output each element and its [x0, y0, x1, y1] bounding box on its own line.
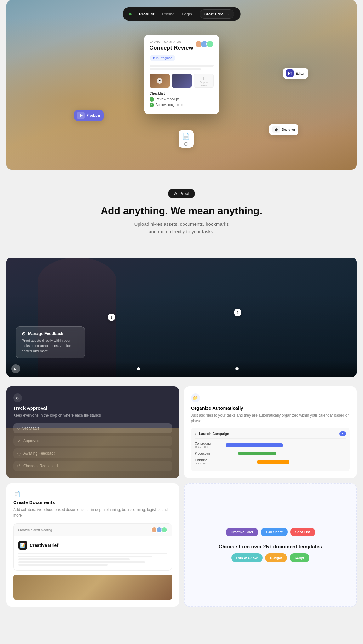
card-lines — [150, 65, 214, 70]
navigation-bar: Product Pricing Login Start Free → — [122, 7, 240, 21]
hero-section: Product Pricing Login Start Free → LAUNC… — [6, 0, 357, 170]
progress-dot-2 — [235, 367, 239, 370]
gantt-bar-area-2 — [219, 451, 346, 456]
chip-call-sheet: Call Sheet — [261, 528, 287, 536]
thumbnail-3: ↑ Drop toUpload — [194, 74, 214, 88]
gantt-bar-orange — [257, 460, 289, 464]
brief-avatars — [152, 527, 167, 533]
template-chips: Creative Brief Call Sheet Shot List — [226, 528, 315, 536]
editor-badge: Pr Editor — [283, 68, 308, 79]
track-approval-card: ⊙ Track Approval Keep everyone in the lo… — [6, 386, 179, 478]
designer-badge: ◆ Designer — [269, 124, 298, 135]
checklist-title: Checklist — [150, 92, 214, 95]
nav-dot — [129, 13, 131, 15]
brief-line-3 — [18, 558, 130, 560]
card-line-1 — [150, 65, 214, 67]
templates-card: Creative Brief Call Sheet Shot List Choo… — [184, 483, 357, 607]
brief-lines — [18, 553, 167, 566]
editor-icon: Pr — [286, 69, 294, 77]
nav-pricing[interactable]: Pricing — [162, 12, 174, 16]
gantt-title: Launch Campaign — [199, 432, 229, 436]
producer-icon: ▶ — [77, 112, 85, 119]
chip-budget: Budget — [265, 553, 287, 562]
gantt-header: ≡ Launch Campaign ● — [195, 431, 346, 439]
organize-title: Organize Automatically — [191, 405, 350, 411]
designer-icon: ◆ — [272, 126, 280, 133]
two-col-section: ⊙ Track Approval Keep everyone in the lo… — [6, 386, 357, 478]
chip-run-of-show: Run of Show — [231, 553, 263, 562]
gantt-bar-area-1 — [219, 443, 346, 448]
status-dot — [153, 57, 155, 59]
gantt-badge: ● — [339, 431, 346, 436]
create-docs-section: 📄 Create Documents Add collaborative, cl… — [6, 483, 357, 607]
organize-icon: 📁 — [191, 393, 200, 402]
play-icon: ▶ — [157, 78, 162, 84]
avatar-3 — [206, 40, 214, 48]
status-label: In Progress — [156, 56, 172, 60]
gantt-label-2: Production — [195, 452, 217, 455]
brief-line-1 — [18, 553, 167, 554]
nav-cta-button[interactable]: Start Free → — [200, 9, 234, 19]
checklist-item-2: ✓ Approve rough cuts — [150, 103, 214, 107]
card-line-2 — [150, 68, 201, 70]
organize-card: 📁 Organize Automatically Just add files … — [184, 386, 357, 478]
card-bg-desert — [6, 428, 179, 478]
video-player[interactable]: 1 2 ⊙ Manage Feedback Proof assets direc… — [6, 258, 357, 377]
proof-heading: Add anything. We mean anything. — [6, 205, 357, 217]
gantt-bar-blue — [226, 443, 283, 447]
brief-content: 📝 Creative Brief — [14, 536, 172, 570]
gantt-row-2: Production — [195, 451, 346, 456]
brief-doc-title: 📝 Creative Brief — [18, 541, 167, 550]
check-icon-1: ✓ — [150, 97, 154, 102]
feedback-text: Proof assets directly within your tasks … — [22, 338, 79, 354]
docs-title: Create Documents — [13, 500, 172, 505]
feedback-title: ⊙ Manage Feedback — [22, 331, 79, 336]
brief-avatar-3 — [161, 527, 167, 533]
gantt-label-3: Finishing at 8 Files — [195, 458, 217, 465]
gantt-preview: ≡ Launch Campaign ● Concepting at 12 Fil… — [191, 428, 350, 471]
video-person-silhouette — [6, 258, 357, 377]
annotation-dot-2[interactable]: 2 — [234, 309, 241, 316]
brief-meeting-label: Creative Kickoff Meeting — [18, 528, 52, 532]
docs-icon: 📄 — [13, 490, 172, 497]
doc-float: 📄 💬 — [179, 130, 194, 148]
progress-fill — [24, 369, 139, 369]
gantt-label-1: Concepting at 12 Files — [195, 442, 217, 448]
nav-login[interactable]: Login — [182, 12, 192, 16]
nav-product[interactable]: Product — [139, 12, 154, 16]
checklist-item-1: ✓ Review mockups — [150, 97, 214, 102]
docs-card: 📄 Create Documents Add collaborative, cl… — [6, 483, 179, 607]
proof-badge: ⊙ Proof — [168, 189, 195, 198]
thumbnail-1: ▶ — [150, 74, 170, 88]
card-thumbnails: ▶ ↑ Drop toUpload — [150, 74, 214, 88]
brief-header: Creative Kickoff Meeting — [14, 524, 172, 536]
thumbnail-2 — [172, 74, 192, 88]
track-approval-icon: ⊙ — [13, 393, 22, 402]
templates-title: Choose from over 25+ document templates — [218, 544, 322, 550]
brief-line-2 — [18, 556, 152, 557]
brief-doc-icon: 📝 — [18, 541, 27, 550]
video-play-button[interactable]: ▶ — [11, 364, 20, 373]
feedback-card: ⊙ Manage Feedback Proof assets directly … — [16, 326, 85, 358]
brief-line-5 — [18, 564, 108, 566]
producer-badge: ▶ Producer — [74, 110, 104, 121]
brief-line-4 — [18, 561, 145, 563]
gantt-bar-green — [238, 452, 276, 455]
docs-desc: Add collaborative, cloud-based documents… — [13, 507, 172, 518]
video-controls: ▶ — [6, 361, 357, 377]
progress-dot-1 — [137, 367, 140, 370]
hero-card: LAUNCH CAMPAIGN Concept Review In Progre… — [144, 35, 219, 114]
proof-section: ⊙ Proof Add anything. We mean anything. … — [6, 170, 357, 248]
gantt-row-1: Concepting at 12 Files — [195, 442, 346, 448]
annotation-dot-1[interactable]: 1 — [108, 314, 115, 321]
chip-shot-list: Shot List — [290, 528, 315, 536]
chip-script: Script — [290, 553, 309, 562]
track-approval-title: Track Approval — [13, 405, 172, 411]
gantt-bar-area-3 — [219, 459, 346, 464]
docs-desert-image — [13, 575, 172, 600]
status-badge: In Progress — [150, 55, 175, 61]
proof-subtext: Upload hi-res assets, documents, bookmar… — [6, 220, 357, 236]
gantt-row-3: Finishing at 8 Files — [195, 458, 346, 465]
video-progress-bar[interactable] — [24, 369, 352, 369]
chip-creative-brief: Creative Brief — [226, 528, 258, 536]
